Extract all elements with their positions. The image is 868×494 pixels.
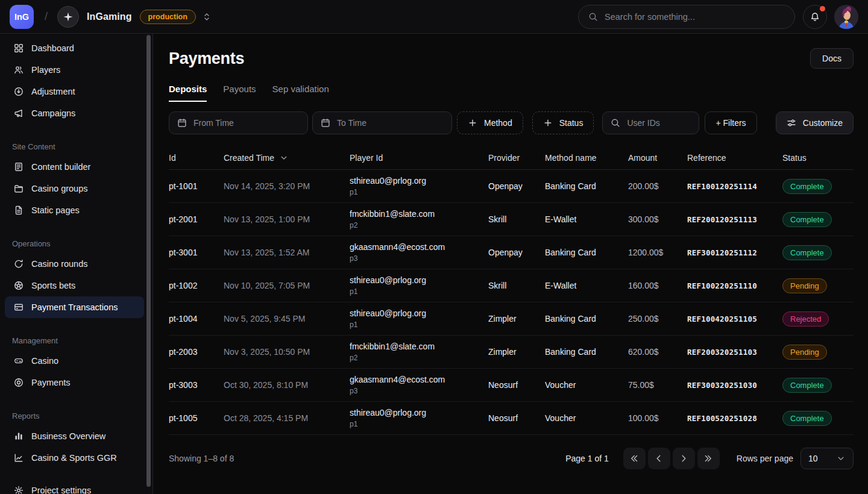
table-row[interactable]: pt-3003 Oct 30, 2025, 8:10 PM gkaasmann4… (169, 369, 854, 402)
first-page-button[interactable] (623, 448, 646, 469)
sidebar-section-management: Management (0, 330, 153, 350)
table-row[interactable]: pt-1004 Nov 5, 2025, 9:45 PM sthireau0@p… (169, 302, 854, 336)
table-row[interactable]: pt-2001 Nov 13, 2025, 1:00 PM fmckibbin1… (169, 203, 854, 236)
cell-created-time: Oct 28, 2025, 4:15 PM (224, 413, 350, 423)
table-row[interactable]: pt-1002 Nov 10, 2025, 7:05 PM sthireau0@… (169, 269, 854, 302)
player-email: sthireau0@prlog.org (350, 308, 488, 319)
adjustment-icon (13, 87, 24, 96)
more-filters-label: + Filters (715, 118, 746, 128)
column-header-amount: Amount (628, 153, 687, 163)
cell-reference: REF100520251028 (687, 414, 782, 423)
sidebar-item-players[interactable]: Players (5, 59, 144, 81)
sidebar-item-project-settings[interactable]: Project settings (5, 480, 144, 494)
table-row[interactable]: pt-1005 Oct 28, 2025, 4:15 PM sthireau0@… (169, 402, 854, 435)
cell-id: pt-2003 (169, 347, 224, 357)
rows-per-page-value: 10 (808, 454, 818, 463)
sidebar-scrollbar[interactable] (146, 35, 151, 487)
sidebar-item-static-pages[interactable]: Static pages (5, 199, 144, 221)
player-id: p1 (350, 287, 488, 296)
sidebar-item-label: Casino rounds (31, 259, 88, 269)
cell-reference: REF300320251030 (687, 381, 782, 390)
table-row[interactable]: pt-2003 Nov 3, 2025, 10:50 PM fmckibbin1… (169, 336, 854, 369)
column-header-created-time[interactable]: Created Time (224, 153, 350, 163)
cell-id: pt-1002 (169, 281, 224, 290)
cell-method-name: Banking Card (545, 314, 628, 324)
cell-amount: 1200.00$ (628, 248, 687, 257)
cell-created-time: Nov 14, 2025, 3:20 PM (224, 181, 350, 191)
plus-icon (468, 118, 477, 128)
sidebar-item-dashboard[interactable]: Dashboard (5, 37, 144, 59)
cell-player-id: sthireau0@prlog.org p1 (350, 308, 488, 330)
cell-reference: REF300120251112 (687, 248, 782, 257)
sidebar-item-adjustment[interactable]: Adjustment (5, 81, 144, 102)
sidebar-item-business-overview[interactable]: Business Overview (5, 425, 144, 447)
table-row[interactable]: pt-1001 Nov 14, 2025, 3:20 PM sthireau0@… (169, 170, 854, 203)
cell-id: pt-2001 (169, 214, 224, 224)
docs-button[interactable]: Docs (810, 48, 854, 69)
environment-badge[interactable]: production (140, 10, 196, 24)
table-row[interactable]: pt-3001 Nov 13, 2025, 1:52 AM gkaasmann4… (169, 236, 854, 269)
workspace-avatar[interactable] (57, 6, 79, 28)
player-id: p1 (350, 420, 488, 428)
status-filter-button[interactable]: Status (532, 111, 594, 134)
chevrons-updown-icon[interactable] (202, 12, 212, 22)
method-filter-button[interactable]: Method (457, 111, 523, 134)
tab-sep-validation[interactable]: Sep validation (272, 84, 329, 102)
sidebar-item-casino-groups[interactable]: Casino groups (5, 178, 144, 199)
sliders-icon (787, 118, 796, 128)
sidebar-item-casino[interactable]: Casino (5, 350, 144, 372)
chevron-left-icon (654, 454, 664, 463)
cell-status: Complete (782, 212, 854, 227)
cell-status: Rejected (782, 311, 854, 327)
cell-id: pt-3001 (169, 248, 224, 257)
cell-created-time: Nov 3, 2025, 10:50 PM (224, 347, 350, 357)
sidebar-item-casino-rounds[interactable]: Casino rounds (5, 253, 144, 275)
payments-table: Id Created Time Player Id Provider Metho… (169, 146, 854, 435)
user-ids-input[interactable]: User IDs (602, 111, 699, 134)
payment-transactions-icon (13, 302, 24, 312)
rows-per-page-select[interactable]: 10 (800, 448, 854, 469)
cell-status: Complete (782, 378, 854, 393)
sidebar-item-payments[interactable]: Payments (5, 372, 144, 393)
column-header-status: Status (782, 153, 854, 163)
search-icon (611, 118, 620, 128)
status-badge: Complete (782, 179, 832, 194)
customize-button[interactable]: Customize (776, 111, 854, 134)
main-content: Payments Docs DepositsPayoutsSep validat… (153, 34, 868, 494)
business-overview-icon (13, 431, 24, 441)
prev-page-button[interactable] (648, 448, 670, 469)
sidebar-item-content-builder[interactable]: Content builder (5, 156, 144, 178)
sidebar-item-payment-transactions[interactable]: Payment Transactions (5, 296, 144, 318)
status-badge: Complete (782, 245, 832, 260)
cell-reference: REF200320251103 (687, 348, 782, 357)
cell-provider: Neosurf (488, 413, 545, 423)
player-id: p2 (350, 354, 488, 362)
cell-player-id: gkaasmann4@ecost.com p3 (350, 375, 488, 396)
sidebar-item-campaigns[interactable]: Campaigns (5, 102, 144, 124)
from-time-input[interactable]: From Time (169, 111, 308, 134)
search-placeholder: Search for something... (605, 12, 695, 22)
next-page-button[interactable] (673, 448, 695, 469)
search-icon (588, 12, 598, 22)
chevrons-left-icon (629, 454, 639, 463)
to-time-input[interactable]: To Time (312, 111, 452, 134)
tab-deposits[interactable]: Deposits (169, 84, 207, 102)
user-avatar[interactable] (834, 5, 858, 29)
chevron-down-icon (836, 454, 846, 463)
workspace-name[interactable]: InGaming (87, 11, 132, 22)
sidebar-section-site-content: Site Content (0, 136, 153, 156)
player-id: p2 (350, 221, 488, 230)
notifications-button[interactable] (803, 5, 827, 29)
sidebar-item-sports-bets[interactable]: Sports bets (5, 275, 144, 296)
ggr-icon (13, 453, 24, 463)
sidebar-item-label: Dashboard (31, 43, 74, 53)
more-filters-button[interactable]: + Filters (705, 111, 756, 134)
cell-player-id: sthireau0@prlog.org p1 (350, 275, 488, 296)
last-page-button[interactable] (697, 448, 720, 469)
tab-payouts[interactable]: Payouts (223, 84, 256, 102)
global-search-input[interactable]: Search for something... (578, 5, 795, 29)
cell-amount: 300.00$ (628, 214, 687, 224)
cell-player-id: sthireau0@prlog.org p1 (350, 176, 488, 197)
sidebar-item-casino-sports-ggr[interactable]: Casino & Sports GGR (5, 447, 144, 469)
app-logo[interactable]: InG (10, 5, 34, 29)
